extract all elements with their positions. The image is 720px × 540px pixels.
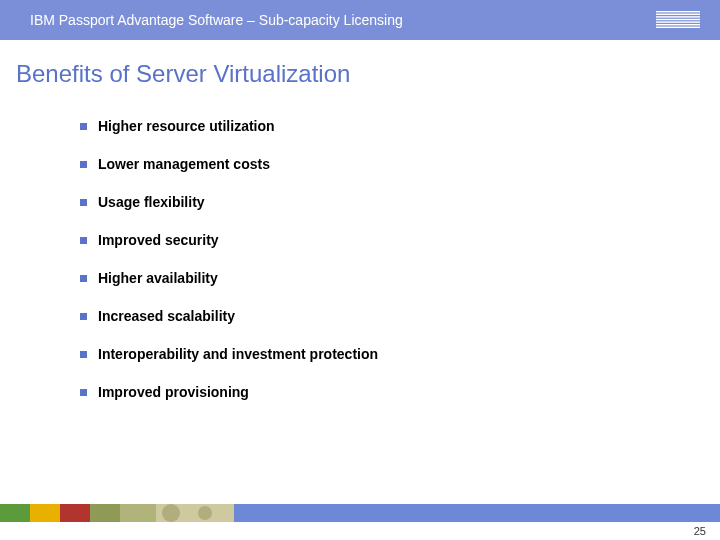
- band-seg-olive-b: [120, 504, 156, 522]
- band-seg-olive-a: [90, 504, 120, 522]
- list-item: Usage flexibility: [80, 194, 720, 210]
- list-item: Interoperability and investment protecti…: [80, 346, 720, 362]
- page-number: 25: [694, 525, 706, 537]
- band-seg-yellow: [30, 504, 60, 522]
- slide-footer: 25: [0, 504, 720, 540]
- svg-rect-2: [656, 16, 700, 17]
- band-seg-green: [0, 504, 30, 522]
- list-item: Higher availability: [80, 270, 720, 286]
- svg-rect-4: [656, 21, 700, 22]
- svg-rect-3: [656, 19, 700, 20]
- band-seg-red: [60, 504, 90, 522]
- ibm-logo-icon: [656, 11, 700, 29]
- band-seg-blue: [234, 504, 720, 522]
- svg-rect-0: [656, 11, 700, 12]
- footer-base: 25: [0, 522, 720, 540]
- svg-rect-6: [656, 27, 700, 28]
- list-item: Increased scalability: [80, 308, 720, 324]
- benefits-list: Higher resource utilization Lower manage…: [80, 118, 720, 400]
- list-item: Lower management costs: [80, 156, 720, 172]
- footer-color-band: [0, 504, 720, 522]
- svg-rect-1: [656, 14, 700, 15]
- band-seg-dots: [156, 504, 234, 522]
- list-item: Improved security: [80, 232, 720, 248]
- list-item: Improved provisioning: [80, 384, 720, 400]
- slide-title: Benefits of Server Virtualization: [16, 60, 720, 88]
- slide-header: IBM Passport Advantage Software – Sub-ca…: [0, 0, 720, 40]
- list-item: Higher resource utilization: [80, 118, 720, 134]
- svg-rect-5: [656, 24, 700, 25]
- header-title: IBM Passport Advantage Software – Sub-ca…: [30, 12, 403, 28]
